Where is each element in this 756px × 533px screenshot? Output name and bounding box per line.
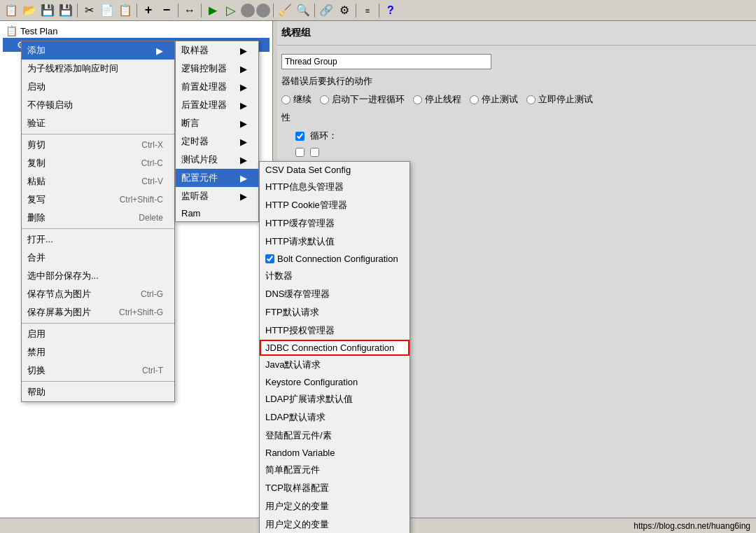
ctx-item-copy[interactable]: 复制 Ctrl-C: [22, 154, 174, 172]
ctx-open-label: 打开...: [27, 233, 53, 246]
ctx-add-arrow: ▶: [156, 46, 163, 56]
ctx3-item-csv[interactable]: CSV Data Set Config: [260, 162, 410, 178]
ctx-item-save-screen-img[interactable]: 保存屏幕为图片 Ctrl+Shift-G: [22, 303, 174, 321]
ctx3-item-dns[interactable]: DNS缓存管理器: [260, 285, 410, 303]
ctx2-assert-label: 断言: [181, 117, 200, 130]
ctx3-simple-label: 简单配置元件: [265, 464, 320, 476]
ctx-merge-label: 合并: [27, 251, 46, 264]
ctx-item-paste[interactable]: 粘贴 Ctrl-V: [22, 172, 174, 191]
ctx-item-cut[interactable]: 剪切 Ctrl-X: [22, 136, 174, 154]
ctx-paste-label: 粘贴: [27, 175, 46, 188]
ctx2-preproc-label: 前置处理器: [181, 81, 227, 93]
ctx-item-start-no-pause[interactable]: 不停顿启动: [22, 96, 174, 114]
ctx-item-save-selection[interactable]: 选中部分保存为...: [22, 267, 174, 285]
ctx2-preproc-arrow: ▶: [240, 82, 247, 92]
ctx2-config-label: 配置元件: [181, 172, 218, 184]
ctx-item-child-time[interactable]: 为子线程添加响应时间: [22, 60, 174, 78]
ctx-item-disable[interactable]: 禁用: [22, 343, 174, 361]
ctx-copy-label: 复制: [27, 157, 46, 169]
ctx2-item-assert[interactable]: 断言 ▶: [176, 114, 258, 132]
ctx3-item-ldap-ext[interactable]: LDAP扩展请求默认值: [260, 390, 410, 408]
ctx3-item-random[interactable]: Random Variable: [260, 445, 410, 461]
ctx-item-start[interactable]: 启动: [22, 78, 174, 96]
ctx3-item-http-cookie[interactable]: HTTP Cookie管理器: [260, 196, 410, 214]
ctx2-assert-arrow: ▶: [240, 118, 247, 129]
ctx-delete-shortcut: Delete: [139, 213, 163, 223]
ctx-item-save-node-img[interactable]: 保存节点为图片 Ctrl-G: [22, 285, 174, 303]
ctx2-ram-label: Ram: [181, 208, 200, 219]
ctx2-logic-label: 逻辑控制器: [181, 62, 227, 75]
ctx-sep3: [22, 323, 174, 324]
ctx-start-label: 启动: [27, 81, 46, 93]
ctx-item-enable[interactable]: 启用: [22, 325, 174, 343]
ctx2-item-preproc[interactable]: 前置处理器 ▶: [176, 78, 258, 96]
ctx3-jdbc-label: JDBC Connection Configuration: [265, 342, 394, 353]
ctx-item-add[interactable]: 添加 ▶: [22, 41, 174, 60]
ctx-cut-label: 剪切: [27, 139, 46, 151]
ctx3-item-counter[interactable]: 计数器: [260, 267, 410, 285]
ctx-item-help[interactable]: 帮助: [22, 383, 174, 401]
ctx3-login-label: 登陆配置元件/素: [265, 429, 332, 442]
ctx3-http-auth-label: HTTP授权管理器: [265, 324, 335, 337]
ctx3-item-udf1[interactable]: 用户定义的变量: [260, 497, 410, 515]
ctx3-item-login[interactable]: 登陆配置元件/素: [260, 427, 410, 445]
ctx2-item-timer[interactable]: 定时器 ▶: [176, 132, 258, 151]
ctx2-item-sampler[interactable]: 取样器 ▶: [176, 41, 258, 60]
ctx3-item-bolt[interactable]: Bolt Connection Configuration: [260, 251, 410, 267]
ctx-save-node-img-label: 保存节点为图片: [27, 288, 91, 300]
ctx-sep2: [22, 228, 174, 229]
ctx3-dns-label: DNS缓存管理器: [265, 288, 330, 300]
ctx2-listener-arrow: ▶: [240, 191, 247, 202]
ctx2-listener-label: 监听器: [181, 190, 209, 202]
ctx2-item-ram[interactable]: Ram: [176, 205, 258, 221]
ctx2-postproc-arrow: ▶: [240, 100, 247, 111]
ctx-start-no-pause-label: 不停顿启动: [27, 99, 73, 111]
ctx3-item-jdbc[interactable]: JDBC Connection Configuration: [260, 340, 410, 356]
ctx3-item-http-cache[interactable]: HTTP缓存管理器: [260, 214, 410, 233]
ctx3-csv-label: CSV Data Set Config: [265, 165, 351, 175]
ctx3-bolt-checkbox[interactable]: [265, 254, 274, 263]
ctx-item-toggle[interactable]: 切换 Ctrl-T: [22, 361, 174, 380]
ctx3-item-keystore[interactable]: Keystore Configuration: [260, 374, 410, 390]
ctx-item-open[interactable]: 打开...: [22, 230, 174, 249]
ctx2-item-logic[interactable]: 逻辑控制器 ▶: [176, 60, 258, 78]
ctx-duplicate-shortcut: Ctrl+Shift-C: [120, 195, 163, 205]
ctx-item-validate[interactable]: 验证: [22, 114, 174, 132]
ctx2-item-fragment[interactable]: 测试片段 ▶: [176, 151, 258, 169]
ctx2-item-config[interactable]: 配置元件 ▶: [176, 169, 258, 187]
ctx3-ldap-label: LDAP默认请求: [265, 411, 326, 424]
ctx3-item-ftp[interactable]: FTP默认请求: [260, 303, 410, 321]
ctx3-item-java[interactable]: Java默认请求: [260, 356, 410, 374]
ctx2-sampler-label: 取样器: [181, 44, 209, 57]
ctx2-fragment-label: 测试片段: [181, 153, 218, 166]
ctx-item-merge[interactable]: 合并: [22, 249, 174, 267]
ctx3-item-http-headers[interactable]: HTTP信息头管理器: [260, 178, 410, 196]
ctx3-item-udf2[interactable]: 用户定义的变量: [260, 515, 410, 533]
ctx-copy-shortcut: Ctrl-C: [141, 158, 163, 168]
ctx3-item-http-auth[interactable]: HTTP授权管理器: [260, 321, 410, 340]
ctx-sep4: [22, 381, 174, 382]
ctx-save-screen-img-shortcut: Ctrl+Shift-G: [119, 307, 163, 317]
context-menu-3: CSV Data Set Config HTTP信息头管理器 HTTP Cook…: [259, 161, 410, 533]
ctx3-java-label: Java默认请求: [265, 359, 321, 371]
ctx3-item-http-defaults[interactable]: HTTP请求默认值: [260, 233, 410, 251]
ctx2-config-arrow: ▶: [240, 173, 247, 184]
ctx-toggle-label: 切换: [27, 364, 46, 377]
ctx3-ftp-label: FTP默认请求: [265, 306, 319, 319]
ctx2-item-postproc[interactable]: 后置处理器 ▶: [176, 96, 258, 114]
ctx-child-time-label: 为子线程添加响应时间: [27, 62, 118, 75]
ctx3-http-defaults-label: HTTP请求默认值: [265, 235, 335, 248]
ctx3-random-label: Random Variable: [265, 448, 335, 458]
ctx-add-label: 添加: [27, 44, 46, 57]
ctx3-item-tcp[interactable]: TCP取样器配置: [260, 479, 410, 497]
ctx-save-selection-label: 选中部分保存为...: [27, 270, 99, 282]
ctx3-http-cookie-label: HTTP Cookie管理器: [265, 199, 347, 212]
ctx2-postproc-label: 后置处理器: [181, 99, 227, 111]
ctx-item-delete[interactable]: 删除 Delete: [22, 209, 174, 227]
ctx2-item-listener[interactable]: 监听器 ▶: [176, 187, 258, 205]
ctx3-tcp-label: TCP取样器配置: [265, 482, 329, 494]
ctx-help-label: 帮助: [27, 386, 46, 399]
ctx-item-duplicate[interactable]: 复写 Ctrl+Shift-C: [22, 191, 174, 209]
ctx3-item-simple[interactable]: 简单配置元件: [260, 461, 410, 479]
ctx3-item-ldap[interactable]: LDAP默认请求: [260, 408, 410, 427]
